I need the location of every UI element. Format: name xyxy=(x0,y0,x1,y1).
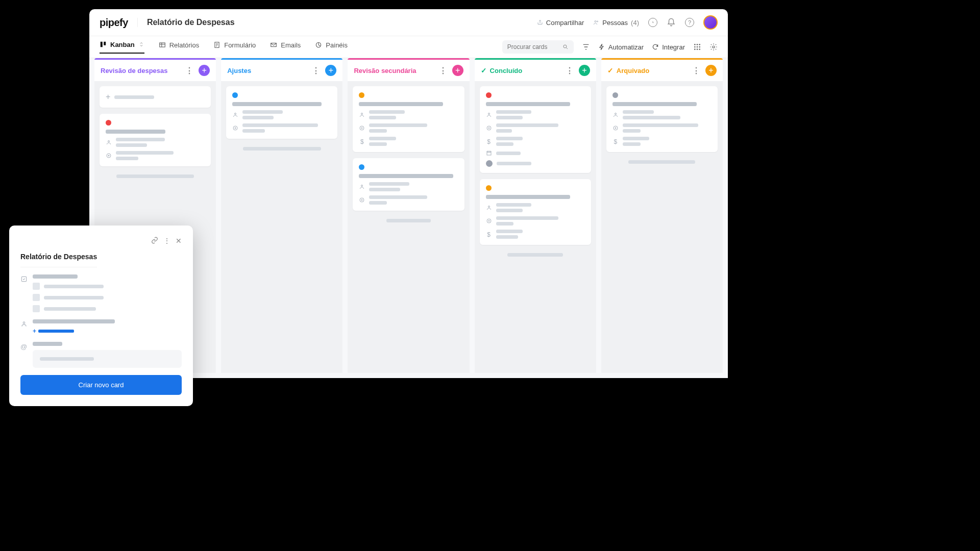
svg-point-22 xyxy=(235,113,236,115)
create-card-button[interactable]: Criar novo card xyxy=(20,375,182,395)
avatar[interactable] xyxy=(703,15,718,30)
people-button[interactable]: Pessoas (4) xyxy=(593,19,639,27)
column-more-icon[interactable]: ⋮ xyxy=(437,66,449,76)
card[interactable]: $ xyxy=(480,86,591,173)
radio-icon xyxy=(486,218,492,224)
column-revisao-secundaria: Revisão secundária ⋮ + $ xyxy=(348,58,469,373)
apps-icon[interactable] xyxy=(693,43,701,51)
status-dot xyxy=(486,185,492,191)
share-label: Compartilhar xyxy=(546,19,584,27)
person-icon xyxy=(486,112,492,118)
filter-icon[interactable] xyxy=(582,43,590,51)
link-icon[interactable] xyxy=(151,237,158,244)
people-count: (4) xyxy=(631,19,639,27)
check-icon: ✓ xyxy=(607,66,614,74)
svg-rect-3 xyxy=(104,42,106,45)
column-concluido: ✓ Concluído ⋮ + $ xyxy=(475,58,596,373)
help-icon[interactable]: ? xyxy=(685,18,694,27)
column-add-button[interactable]: + xyxy=(579,65,590,76)
dollar-icon: $ xyxy=(612,138,619,144)
card[interactable] xyxy=(226,86,337,139)
column-title: Arquivado xyxy=(617,67,687,74)
column-more-icon[interactable]: ⋮ xyxy=(690,66,702,76)
column-add-button[interactable]: + xyxy=(325,65,336,76)
column-more-icon[interactable]: ⋮ xyxy=(310,66,322,76)
search-icon xyxy=(562,43,569,51)
toolbar: Kanban Relatórios Formulário Emails Pain… xyxy=(89,36,728,58)
column-title: Revisão secundária xyxy=(354,67,433,74)
column-footer-placeholder xyxy=(243,147,321,151)
checkbox[interactable] xyxy=(33,305,40,312)
column-more-icon[interactable]: ⋮ xyxy=(183,66,195,76)
add-assignee-link[interactable]: + xyxy=(33,328,182,335)
email-icon xyxy=(270,41,277,48)
check-icon: ✓ xyxy=(481,66,487,74)
description-input[interactable] xyxy=(33,350,182,368)
person-icon xyxy=(359,184,365,190)
radio-icon xyxy=(106,153,112,159)
notifications-icon[interactable] xyxy=(667,18,676,27)
tab-panels-label: Painéis xyxy=(326,41,348,49)
tab-form[interactable]: Formulário xyxy=(213,41,256,53)
pie-icon xyxy=(315,41,322,48)
tab-panels[interactable]: Painéis xyxy=(315,41,348,53)
card[interactable]: $ xyxy=(480,179,591,245)
svg-point-38 xyxy=(615,113,616,115)
svg-point-27 xyxy=(361,128,362,129)
gear-icon[interactable] xyxy=(709,43,718,51)
column-footer-placeholder xyxy=(116,174,194,178)
status-dot xyxy=(359,92,364,98)
column-header: Revisão secundária ⋮ + xyxy=(348,60,469,81)
column-footer-placeholder xyxy=(386,219,431,222)
column-add-button[interactable]: + xyxy=(705,65,717,76)
card[interactable]: $ xyxy=(353,86,464,152)
column-more-icon[interactable]: ⋮ xyxy=(564,66,576,76)
integrate-button[interactable]: Integrar xyxy=(652,43,685,51)
toolbar-right: Automatizar Integrar xyxy=(502,40,718,54)
modal-field-checklist xyxy=(20,274,182,312)
checkbox[interactable] xyxy=(33,283,40,290)
integrate-label: Integrar xyxy=(662,43,685,51)
header: pipefy Relatório de Despesas Compartilha… xyxy=(89,9,728,36)
svg-point-25 xyxy=(361,113,363,115)
status-dot xyxy=(486,92,492,98)
card[interactable]: $ xyxy=(606,86,718,152)
column-body: $ $ xyxy=(475,81,596,264)
card[interactable] xyxy=(353,158,464,211)
svg-point-14 xyxy=(699,46,700,48)
svg-point-0 xyxy=(595,21,596,22)
column-title: Ajustes xyxy=(227,67,307,74)
share-button[interactable]: Compartilhar xyxy=(537,19,584,27)
card-new[interactable]: + xyxy=(100,86,211,108)
logo: pipefy xyxy=(100,17,128,29)
history-icon[interactable] xyxy=(648,18,657,27)
search-box[interactable] xyxy=(502,40,574,54)
radio-icon xyxy=(232,125,238,131)
chevron-sort-icon xyxy=(138,41,144,47)
column-add-button[interactable]: + xyxy=(199,65,210,76)
svg-point-11 xyxy=(699,44,700,45)
tab-emails-label: Emails xyxy=(281,41,301,49)
tab-reports[interactable]: Relatórios xyxy=(159,41,200,53)
automate-button[interactable]: Automatizar xyxy=(598,43,644,51)
table-icon xyxy=(159,41,166,48)
svg-point-42 xyxy=(23,322,25,324)
modal-actions: ⋮ ✕ xyxy=(20,237,182,245)
automate-label: Automatizar xyxy=(608,43,644,51)
svg-point-37 xyxy=(488,220,489,221)
card[interactable] xyxy=(100,114,211,166)
modal-more-icon[interactable]: ⋮ xyxy=(163,237,170,245)
tab-emails[interactable]: Emails xyxy=(270,41,301,53)
people-label: Pessoas xyxy=(602,19,628,27)
close-icon[interactable]: ✕ xyxy=(176,237,182,245)
checkbox[interactable] xyxy=(33,294,40,301)
status-dot xyxy=(106,120,111,126)
column-footer-placeholder xyxy=(507,253,563,257)
person-icon xyxy=(612,112,619,118)
tab-kanban[interactable]: Kanban xyxy=(100,41,144,54)
create-card-modal: ⋮ ✕ Relatório de Despesas + @ Criar novo… xyxy=(9,226,193,406)
search-input[interactable] xyxy=(507,43,559,51)
column-body xyxy=(221,81,342,158)
radio-icon xyxy=(359,125,365,131)
column-add-button[interactable]: + xyxy=(452,65,463,76)
